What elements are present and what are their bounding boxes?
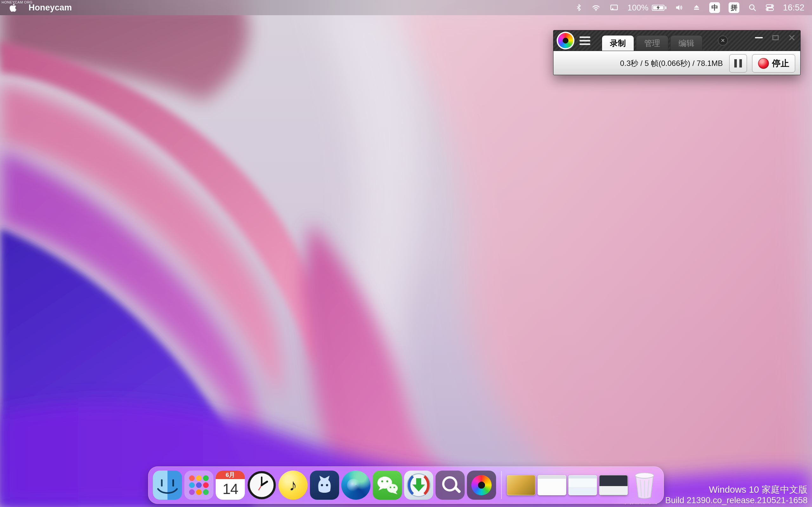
menubar: Honeycam 100% 中 拼	[0, 0, 812, 15]
dock: 6月 14	[148, 466, 664, 504]
wifi-icon[interactable]	[591, 3, 601, 12]
desktop: HONEYCAM ORG Honeycam 100%	[0, 0, 812, 507]
calendar-day: 14	[216, 479, 245, 500]
menubar-clock[interactable]: 16:52	[783, 3, 804, 13]
maximize-button[interactable]	[772, 35, 779, 40]
stop-button-label: 停止	[772, 58, 789, 69]
eject-icon[interactable]	[693, 3, 701, 12]
honeycam-tabs: 录制 管理 编辑	[602, 35, 703, 51]
minimized-window-thumbnail-4[interactable]	[599, 475, 628, 495]
dock-blue-pet-app-icon[interactable]	[310, 470, 339, 500]
tab-manage[interactable]: 管理	[636, 35, 668, 51]
minimize-button[interactable]	[755, 37, 763, 38]
cancel-circle-icon[interactable]	[718, 36, 728, 46]
control-center-icon[interactable]	[765, 3, 774, 12]
dock-idm-icon[interactable]	[404, 470, 433, 500]
input-source-pinyin-icon[interactable]: 拼	[728, 2, 740, 13]
tab-record[interactable]: 录制	[602, 35, 634, 51]
honeycam-org-watermark: HONEYCAM ORG	[2, 0, 33, 4]
minimized-window-thumbnail-2[interactable]	[538, 475, 566, 495]
honeycam-toolbar: 0.3秒 / 5 帧(0.066秒) / 78.1MB 停止	[554, 51, 800, 75]
dock-trash-icon[interactable]	[630, 470, 659, 500]
close-button[interactable]	[788, 34, 795, 41]
dock-honeycam-icon[interactable]	[467, 470, 496, 500]
dock-finder-icon[interactable]	[153, 470, 182, 500]
window-controls	[755, 34, 795, 42]
dock-clock-icon[interactable]	[247, 470, 276, 500]
search-icon[interactable]	[748, 3, 757, 12]
minimized-window-thumbnail-3[interactable]	[568, 475, 597, 495]
record-dot-icon	[758, 58, 769, 69]
input-source-cn-icon[interactable]: 中	[709, 2, 720, 13]
dock-calendar-icon[interactable]: 6月 14	[216, 470, 245, 500]
hamburger-menu-icon[interactable]	[579, 37, 590, 45]
recording-status: 0.3秒 / 5 帧(0.066秒) / 78.1MB	[620, 58, 723, 68]
stop-button[interactable]: 停止	[752, 54, 795, 72]
bluetooth-icon[interactable]	[575, 3, 583, 12]
tab-edit[interactable]: 编辑	[670, 35, 703, 51]
calendar-month: 6月	[216, 470, 245, 479]
minimized-window-thumbnail-1[interactable]	[507, 475, 536, 495]
dock-qq-music-icon[interactable]	[278, 470, 308, 500]
dock-edge-icon[interactable]	[341, 470, 370, 500]
dock-launchpad-icon[interactable]	[184, 470, 213, 500]
honeycam-titlebar[interactable]: 录制 管理 编辑	[554, 31, 800, 51]
menubar-app-name[interactable]: Honeycam	[29, 3, 72, 13]
pause-button[interactable]	[729, 54, 747, 72]
dock-wechat-icon[interactable]	[373, 470, 402, 500]
dock-search-icon[interactable]	[436, 470, 465, 500]
honeycam-logo-icon[interactable]	[557, 32, 574, 49]
wallpaper-monterey	[0, 0, 812, 507]
battery-percent: 100%	[627, 3, 649, 13]
apple-menu-icon[interactable]	[9, 3, 17, 12]
battery-charging-icon[interactable]	[652, 5, 666, 11]
volume-icon[interactable]	[675, 3, 684, 12]
honeycam-window: 录制 管理 编辑 0.3秒 / 5 帧(0.066秒) / 78.1MB 停止	[553, 30, 801, 75]
display-mirroring-icon[interactable]	[609, 3, 619, 12]
dock-separator	[501, 471, 502, 499]
